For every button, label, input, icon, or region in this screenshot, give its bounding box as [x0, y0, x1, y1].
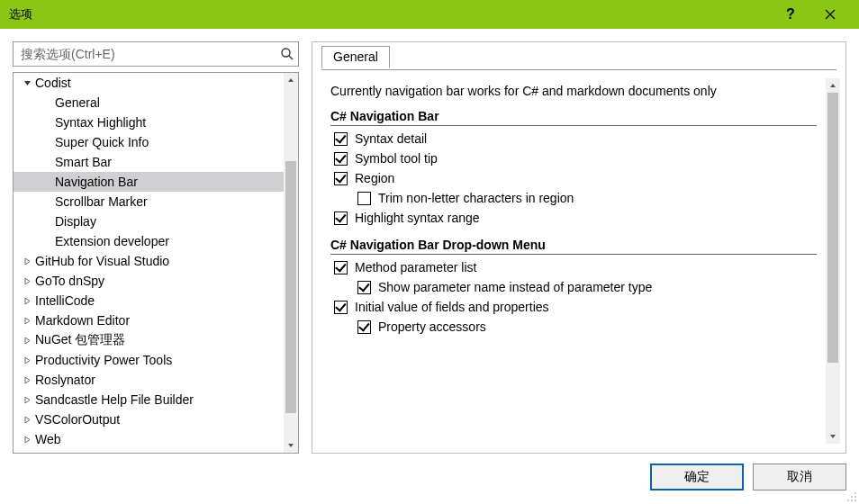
chevron-right-icon[interactable]: [21, 436, 33, 444]
tree-item-label: Sandcastle Help File Builder: [35, 392, 194, 407]
tree-item[interactable]: Smart Bar: [14, 152, 284, 172]
tree-item-label: GoTo dnSpy: [35, 274, 104, 288]
chevron-right-icon[interactable]: [21, 416, 33, 424]
svg-point-7: [854, 500, 856, 501]
svg-point-4: [854, 496, 856, 498]
chevron-down-icon[interactable]: [21, 79, 33, 87]
tree-item-label: Scrollbar Marker: [55, 194, 148, 209]
tree-item-label: Smart Bar: [55, 155, 112, 169]
tree-item[interactable]: General: [14, 93, 284, 112]
close-button[interactable]: [810, 0, 850, 29]
checkbox[interactable]: [334, 261, 348, 274]
svg-line-1: [289, 56, 293, 59]
tree-item[interactable]: Markdown Editor: [14, 310, 284, 330]
tree-item[interactable]: NuGet 包管理器: [14, 330, 284, 350]
tree-item[interactable]: Scrollbar Marker: [14, 192, 284, 212]
tree-item-label: Super Quick Info: [55, 135, 149, 149]
chevron-right-icon[interactable]: [21, 317, 33, 325]
option-row: Show parameter name instead of parameter…: [357, 280, 817, 294]
tree-item-label: GitHub for Visual Studio: [35, 254, 169, 268]
tree-item-label: IntelliCode: [35, 293, 95, 308]
tree-item-label: Display: [55, 214, 96, 229]
checkbox[interactable]: [357, 192, 371, 205]
tree-scrollbar[interactable]: [284, 73, 298, 453]
left-pane: CodistGeneralSyntax HighlightSuper Quick…: [13, 41, 299, 454]
chevron-right-icon[interactable]: [21, 356, 33, 364]
chevron-right-icon[interactable]: [21, 337, 33, 345]
section-title: C# Navigation Bar: [330, 109, 817, 126]
tree-item[interactable]: Sandcastle Help File Builder: [14, 390, 284, 410]
resize-grip-icon[interactable]: [846, 491, 857, 502]
tree-item[interactable]: Super Quick Info: [14, 132, 284, 152]
tree-item[interactable]: VSColorOutput: [14, 410, 284, 429]
tree-item[interactable]: Codist: [14, 73, 284, 93]
search-wrap: [13, 41, 299, 67]
checkbox[interactable]: [357, 281, 371, 294]
option-label: Method parameter list: [355, 260, 476, 274]
tree-item-label: Navigation Bar: [55, 175, 138, 189]
tree-item[interactable]: Display: [14, 212, 284, 231]
panel-scrollbar[interactable]: [826, 78, 840, 444]
tree-item[interactable]: Roslynator: [14, 370, 284, 390]
dialog-footer: 确定 取消: [0, 457, 859, 504]
scroll-down-icon[interactable]: [284, 438, 298, 453]
option-label: Property accessors: [378, 320, 486, 334]
chevron-right-icon[interactable]: [21, 277, 33, 285]
tree-item[interactable]: Extension developer: [14, 231, 284, 251]
options-tree: CodistGeneralSyntax HighlightSuper Quick…: [13, 72, 299, 454]
tree-item-label: Syntax Highlight: [55, 115, 146, 130]
tree-item[interactable]: Navigation Bar: [14, 172, 284, 192]
info-text: Currently navigation bar works for C# an…: [330, 84, 817, 98]
tree-item[interactable]: Web: [14, 429, 284, 449]
tree-item[interactable]: Syntax Highlight: [14, 112, 284, 132]
help-button[interactable]: ?: [771, 0, 810, 29]
tab-general[interactable]: General: [321, 46, 390, 68]
checkbox[interactable]: [334, 152, 348, 166]
option-label: Trim non-letter characters in region: [378, 191, 574, 205]
svg-point-3: [851, 496, 853, 498]
scroll-up-icon[interactable]: [284, 73, 298, 87]
option-label: Initial value of fields and properties: [355, 300, 549, 314]
tree-item-label: Extension developer: [55, 234, 169, 248]
checkbox[interactable]: [357, 320, 371, 334]
tree-item[interactable]: GitHub for Visual Studio: [14, 251, 284, 271]
search-input[interactable]: [19, 46, 275, 62]
scrollbar-thumb[interactable]: [827, 93, 838, 363]
chevron-right-icon[interactable]: [21, 396, 33, 404]
svg-point-0: [282, 49, 290, 57]
scrollbar-thumb[interactable]: [285, 161, 296, 413]
chevron-right-icon[interactable]: [21, 257, 33, 266]
cancel-button[interactable]: 取消: [753, 464, 846, 490]
option-row: Initial value of fields and properties: [334, 300, 817, 314]
option-row: Trim non-letter characters in region: [357, 191, 817, 205]
option-label: Region: [355, 171, 394, 185]
svg-point-2: [854, 492, 856, 494]
option-row: Method parameter list: [334, 260, 817, 274]
chevron-right-icon[interactable]: [21, 376, 33, 384]
search-icon: [280, 47, 294, 61]
right-pane: General Currently navigation bar works f…: [312, 41, 846, 454]
scroll-up-icon[interactable]: [826, 78, 840, 93]
tree-item[interactable]: IntelliCode: [14, 291, 284, 310]
option-label: Symbol tool tip: [355, 151, 438, 166]
tree-item[interactable]: GoTo dnSpy: [14, 271, 284, 291]
svg-point-6: [851, 500, 853, 501]
tree-item-label: Roslynator: [35, 373, 95, 387]
checkbox[interactable]: [334, 212, 348, 225]
chevron-right-icon[interactable]: [21, 297, 33, 305]
tree-item-label: Productivity Power Tools: [35, 353, 172, 367]
tree-item[interactable]: Productivity Power Tools: [14, 350, 284, 370]
checkbox[interactable]: [334, 301, 348, 314]
scroll-down-icon[interactable]: [826, 429, 840, 444]
checkbox[interactable]: [334, 132, 348, 146]
option-label: Show parameter name instead of parameter…: [378, 280, 652, 294]
tree-item-label: Codist: [35, 76, 71, 90]
window-title: 选项: [9, 6, 771, 22]
option-row: Property accessors: [357, 320, 817, 334]
tab-strip: General: [321, 46, 390, 68]
ok-button[interactable]: 确定: [650, 464, 744, 490]
tree-item-label: Web: [35, 432, 61, 446]
tree-item-label: VSColorOutput: [35, 412, 120, 427]
checkbox[interactable]: [334, 172, 348, 185]
tree-item-label: Markdown Editor: [35, 313, 130, 328]
